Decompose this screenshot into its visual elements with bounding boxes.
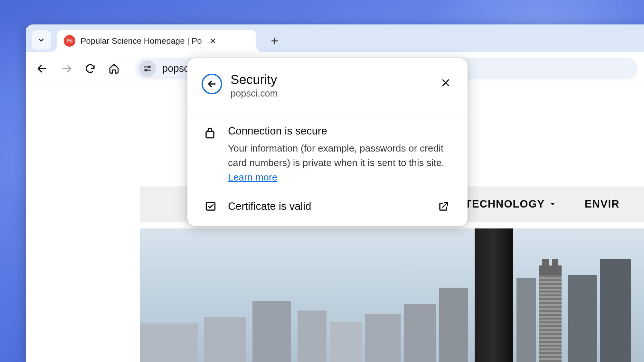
certificate-label: Certificate is valid — [228, 200, 426, 212]
home-icon — [109, 63, 119, 74]
tab-search-button[interactable] — [32, 30, 51, 50]
svg-point-0 — [148, 66, 150, 68]
connection-secure-row: Connection is secure Your information (f… — [204, 125, 451, 184]
forward-button[interactable] — [56, 58, 77, 79]
arrow-left-icon — [37, 63, 48, 74]
close-icon — [209, 37, 217, 45]
nav-item-environment[interactable]: ENVIR — [585, 198, 620, 210]
certificate-check-icon — [204, 200, 217, 212]
close-icon — [441, 78, 450, 88]
site-info-button[interactable] — [139, 60, 156, 77]
secure-description: Your information (for example, passwords… — [228, 141, 451, 184]
learn-more-link[interactable]: Learn more — [228, 172, 277, 182]
browser-tab[interactable]: Ps Popular Science Homepage | Po — [57, 30, 256, 52]
popup-title: Security — [231, 72, 430, 87]
nav-item-technology[interactable]: TECHNOLOGY — [465, 198, 556, 210]
tune-icon — [143, 64, 152, 73]
nav-label: TECHNOLOGY — [465, 198, 545, 210]
svg-rect-2 — [206, 132, 214, 138]
popup-subtitle: popsci.com — [231, 88, 430, 99]
popup-back-button[interactable] — [202, 74, 222, 94]
lock-icon — [204, 125, 217, 139]
arrow-left-icon — [206, 79, 217, 89]
plus-icon — [270, 36, 279, 46]
open-external-icon[interactable] — [437, 199, 451, 213]
secure-heading: Connection is secure — [228, 125, 451, 137]
secure-text-block: Connection is secure Your information (f… — [228, 125, 451, 184]
popup-close-button[interactable] — [438, 75, 453, 90]
new-tab-button[interactable] — [266, 32, 283, 50]
reload-button[interactable] — [80, 58, 100, 79]
popup-body: Connection is secure Your information (f… — [187, 111, 468, 213]
svg-point-1 — [145, 69, 147, 71]
tab-close-button[interactable] — [207, 35, 219, 47]
reload-icon — [85, 63, 96, 74]
arrow-right-icon — [61, 63, 72, 74]
hero-image — [140, 228, 644, 362]
certificate-row[interactable]: Certificate is valid — [204, 199, 451, 213]
back-button[interactable] — [32, 58, 53, 79]
skyline-illustration — [140, 228, 644, 362]
tab-title: Popular Science Homepage | Po — [80, 36, 202, 46]
caret-down-icon — [549, 200, 556, 208]
nav-label: ENVIR — [585, 198, 620, 210]
chevron-down-icon — [37, 35, 46, 44]
tab-favicon: Ps — [64, 35, 75, 47]
security-popup: Security popsci.com Connection is secure… — [187, 58, 468, 226]
browser-window: Ps Popular Science Homepage | Po popsci. — [26, 24, 644, 362]
popup-header: Security popsci.com — [187, 58, 468, 111]
home-button[interactable] — [104, 58, 124, 79]
svg-rect-3 — [206, 202, 215, 210]
tab-strip: Ps Popular Science Homepage | Po — [26, 24, 644, 52]
popup-title-group: Security popsci.com — [231, 72, 430, 99]
